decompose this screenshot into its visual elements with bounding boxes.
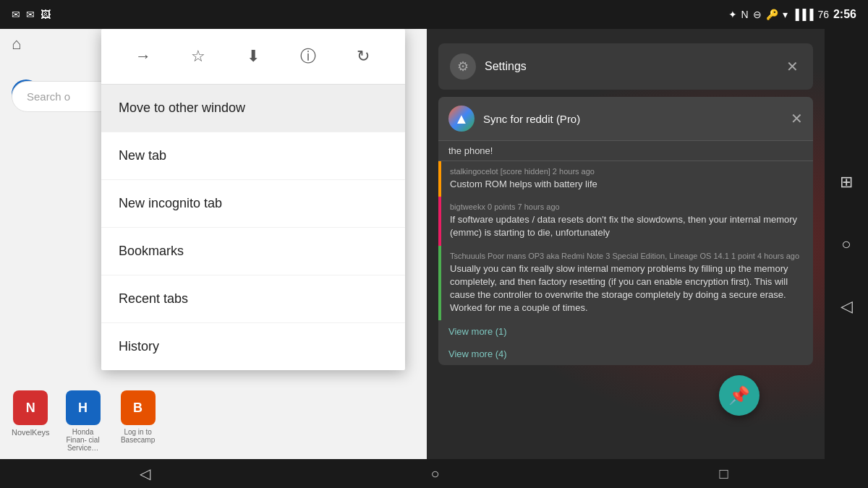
shortcut-icon-novelkeys: N (13, 390, 48, 425)
truncated-comment: the phone! (438, 141, 813, 161)
toolbar-star-icon[interactable]: ☆ (182, 40, 214, 72)
wifi-icon: ▾ (783, 9, 788, 20)
reddit-header: ▲ Sync for reddit (Pro) ✕ (438, 97, 813, 141)
home-icon[interactable]: ⌂ (12, 35, 21, 53)
toolbar-info-icon[interactable]: ⓘ (292, 40, 324, 72)
notification-icons: ✉ ✉ 🖼 (12, 9, 51, 20)
menu-item-recent-tabs[interactable]: Recent tabs (101, 275, 405, 323)
comment-3: Tschuuuls Poor mans OP3 aka Redmi Note 3… (438, 246, 813, 321)
gmail-icon-2: ✉ (26, 9, 35, 20)
comment-2-meta: bigtweekx 0 points 7 hours ago (450, 202, 804, 211)
menu-item-new-tab[interactable]: New tab (101, 132, 405, 180)
menu-toolbar: → ☆ ⬇ ⓘ ↻ (101, 29, 405, 85)
shortcut-label-basecamp: Log in to Basecamp (116, 428, 160, 444)
image-icon: 🖼 (41, 9, 51, 20)
comment-2: bigtweekx 0 points 7 hours ago If softwa… (438, 197, 813, 245)
shortcuts: N NovelKeys H Honda Finan- cial Service…… (0, 390, 171, 452)
main-area: ⌂ Search o N NovelKeys H Honda Finan- ci… (0, 29, 868, 459)
multitask-button[interactable]: ⊞ (840, 173, 853, 192)
comment-2-text: If software updates / data resets don't … (450, 213, 804, 239)
settings-header: ⚙ Settings ✕ (438, 43, 813, 90)
bottom-navigation: ◁ ○ □ (0, 459, 868, 488)
reddit-app-icon: ▲ (448, 106, 475, 132)
menu-item-move-window[interactable]: Move to other window (101, 85, 405, 132)
status-time: 2:56 (833, 8, 856, 21)
menu-item-new-incognito[interactable]: New incognito tab (101, 180, 405, 228)
signal-icon: ▐▐▐ (792, 9, 814, 20)
comment-1: stalkingocelot [score hidden] 2 hours ag… (438, 161, 813, 197)
comment-3-meta: Tschuuuls Poor mans OP3 aka Redmi Note 3… (450, 252, 804, 260)
right-sidebar: ⊞ ○ ◁ (825, 29, 868, 459)
status-bar: ✉ ✉ 🖼 ✦ N ⊖ 🔑 ▾ ▐▐▐ 76 2:56 (0, 0, 868, 29)
bluetooth-icon: ✦ (728, 9, 737, 20)
gmail-icon: ✉ (12, 9, 20, 20)
pin-fab[interactable]: 📌 (719, 375, 760, 416)
battery-icon: 76 (817, 9, 829, 20)
comment-3-text: Usually you can fix really slow internal… (450, 262, 804, 315)
dropdown-menu: → ☆ ⬇ ⓘ ↻ Move to other window New tab N… (101, 29, 405, 370)
settings-title: Settings (485, 60, 783, 73)
reddit-close-button[interactable]: ✕ (791, 110, 803, 127)
shortcut-honda[interactable]: H Honda Finan- cial Service… (61, 390, 105, 452)
reddit-notification: ▲ Sync for reddit (Pro) ✕ the phone! sta… (438, 97, 813, 365)
shortcut-icon-basecamp: B (121, 390, 156, 425)
reddit-title: Sync for reddit (Pro) (483, 113, 791, 125)
nfc-icon: N (741, 9, 749, 20)
comment-1-text: Custom ROM helps with battery life (450, 178, 804, 191)
view-more-1[interactable]: View more (1) (438, 320, 813, 343)
comment-section: the phone! stalkingocelot [score hidden]… (438, 141, 813, 365)
toolbar-forward-icon[interactable]: → (127, 40, 159, 72)
nav-recents-button[interactable]: □ (719, 466, 728, 482)
view-more-4[interactable]: View more (4) (438, 343, 813, 365)
menu-item-bookmarks[interactable]: Bookmarks (101, 228, 405, 275)
right-panel: ⚙ Settings ✕ ▲ Sync for reddit (Pro) ✕ t… (427, 29, 825, 459)
back-button[interactable]: ◁ (841, 297, 853, 316)
shortcut-label-honda: Honda Finan- cial Service… (61, 428, 105, 452)
nav-back-button[interactable]: ◁ (140, 465, 150, 482)
toolbar-download-icon[interactable]: ⬇ (237, 40, 269, 72)
home-circle-button[interactable]: ○ (841, 235, 851, 254)
settings-notification: ⚙ Settings ✕ (438, 43, 813, 90)
settings-close-button[interactable]: ✕ (783, 55, 801, 78)
status-right: ✦ N ⊖ 🔑 ▾ ▐▐▐ 76 2:56 (728, 8, 857, 21)
settings-app-icon: ⚙ (450, 53, 476, 80)
nav-home-button[interactable]: ○ (430, 466, 439, 482)
shortcut-novelkeys[interactable]: N NovelKeys (12, 390, 50, 452)
key-icon: 🔑 (766, 9, 778, 20)
shortcut-icon-honda: H (66, 390, 101, 425)
toolbar-refresh-icon[interactable]: ↻ (347, 40, 379, 72)
menu-item-history[interactable]: History (101, 323, 405, 370)
minus-circle-icon: ⊖ (753, 9, 762, 20)
comment-1-meta: stalkingocelot [score hidden] 2 hours ag… (450, 167, 804, 176)
shortcut-label-novelkeys: NovelKeys (12, 428, 50, 437)
shortcut-basecamp[interactable]: B Log in to Basecamp (116, 390, 160, 452)
